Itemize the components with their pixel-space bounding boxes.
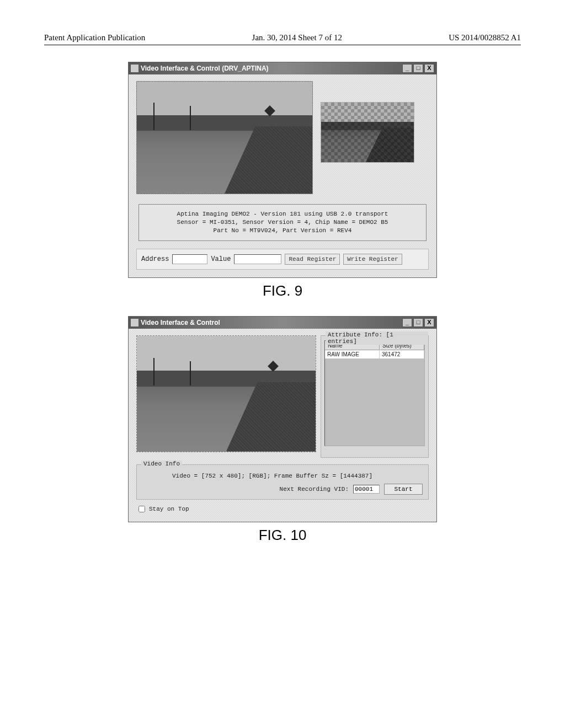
figure-10-caption: FIG. 10 [44, 527, 521, 544]
fig9-window: Video Interface & Control (DRV_APTINA) _… [128, 62, 437, 278]
video-info-legend: Video Info [141, 461, 182, 467]
video-info-group: Video Info Video = [752 x 480]; [RGB]; F… [136, 464, 429, 500]
fig9-title-text: Video Interface & Control (DRV_APTINA) [141, 65, 269, 72]
next-recording-input[interactable] [353, 485, 380, 494]
register-row: Address Value Read Register Write Regist… [136, 249, 429, 270]
address-label: Address [141, 255, 169, 263]
stay-on-top-label: Stay on Top [149, 506, 189, 512]
write-register-button[interactable]: Write Register [343, 254, 402, 265]
figure-9-caption: FIG. 9 [44, 282, 521, 299]
fig9-titlebar: Video Interface & Control (DRV_APTINA) _… [129, 62, 436, 74]
fig10-titlebar: Video Interface & Control _ □ X [129, 317, 436, 329]
figure-10-block: Video Interface & Control _ □ X [44, 316, 521, 544]
fig10-title-text: Video Interface & Control [141, 319, 220, 326]
attribute-info-group: Attribute Info: [1 entries] Name Size (b… [321, 335, 429, 458]
fig10-window: Video Interface & Control _ □ X [128, 316, 437, 522]
attribute-table: Name Size (bytes) RAW IMAGE 361472 [324, 340, 425, 446]
address-input[interactable] [172, 254, 207, 264]
header-center: Jan. 30, 2014 Sheet 7 of 12 [252, 33, 342, 42]
minimize-button[interactable]: _ [402, 318, 412, 327]
main-video-preview [136, 335, 316, 452]
thumbnail-preview [321, 102, 414, 163]
video-info-line: Video = [752 x 480]; [RGB]; Frame Buffer… [172, 473, 423, 479]
maximize-button[interactable]: □ [413, 318, 423, 327]
value-input[interactable] [234, 254, 281, 264]
cell-name: RAW IMAGE [325, 350, 380, 358]
header-right: US 2014/0028852 A1 [449, 33, 521, 42]
sensor-info-box: Aptina Imaging DEMO2 - Version 181 using… [138, 204, 427, 241]
cell-size: 361472 [380, 350, 424, 358]
page-header: Patent Application Publication Jan. 30, … [44, 33, 521, 45]
main-video-preview [136, 81, 313, 194]
start-button[interactable]: Start [384, 484, 423, 495]
value-label: Value [211, 255, 231, 263]
app-icon [131, 65, 138, 72]
attribute-info-legend: Attribute Info: [1 entries] [326, 331, 428, 345]
figure-9-block: Video Interface & Control (DRV_APTINA) _… [44, 62, 521, 299]
close-button[interactable]: X [424, 318, 434, 327]
table-row[interactable]: RAW IMAGE 361472 [325, 350, 424, 358]
read-register-button[interactable]: Read Register [285, 254, 340, 265]
close-button[interactable]: X [424, 64, 434, 73]
app-icon [131, 319, 138, 326]
stay-on-top-row: Stay on Top [136, 504, 429, 514]
stay-on-top-checkbox[interactable] [138, 506, 145, 512]
minimize-button[interactable]: _ [402, 64, 412, 73]
maximize-button[interactable]: □ [413, 64, 423, 73]
next-recording-label: Next Recording VID: [280, 486, 349, 493]
header-left: Patent Application Publication [44, 33, 145, 42]
